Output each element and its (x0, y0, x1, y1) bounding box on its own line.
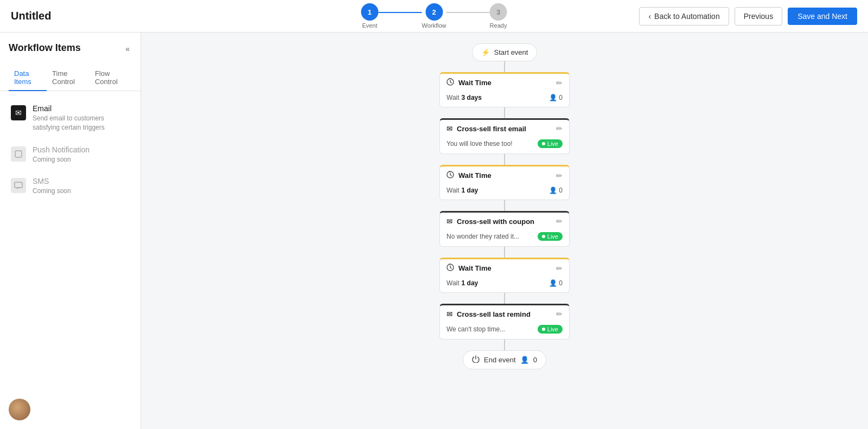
workflow: ⚡ Start event Wait Time (439, 43, 570, 369)
push-item-desc: Coming soon (33, 155, 90, 164)
svg-rect-0 (15, 151, 22, 157)
tab-flow-control[interactable]: Flow Control (90, 65, 132, 91)
connector-1 (504, 61, 505, 72)
header-actions: ‹ Back to Automation Previous Save and N… (639, 7, 857, 25)
wait-icon-2 (446, 171, 454, 180)
wait-icon-3 (446, 264, 454, 273)
email-desc-1: You will love these too! (446, 140, 513, 148)
canvas[interactable]: ⚡ Start event Wait Time (141, 33, 868, 429)
tab-data-items[interactable]: Data Items (9, 65, 47, 91)
email-item-text: Email Send email to customers satisfying… (33, 104, 130, 132)
avatar[interactable] (9, 399, 30, 420)
list-item-email[interactable]: ✉ Email Send email to customers satisfyi… (9, 100, 132, 137)
wait-node-2[interactable]: Wait Time ✏ Wait 1 day 👤 0 (439, 165, 570, 200)
sms-item-desc: Coming soon (33, 187, 71, 196)
node-edit-button-2[interactable]: ✏ (556, 124, 563, 133)
back-to-automation-button[interactable]: ‹ Back to Automation (639, 7, 729, 25)
step-label-3: Ready (490, 22, 507, 29)
node-header-1: Wait Time ✏ (440, 74, 569, 92)
sidebar-title: Workflow Items (9, 42, 81, 54)
lightning-icon: ⚡ (481, 48, 490, 56)
email-node-1[interactable]: ✉ Cross-sell first email ✏ You will love… (439, 118, 570, 154)
node-count-1: 👤 0 (549, 94, 563, 101)
list-item-push: Push Notification Coming soon (9, 141, 132, 169)
tab-time-control[interactable]: Time Control (47, 65, 90, 91)
node-title-2: ✉ Cross-sell first email (446, 125, 526, 133)
status-badge-3: Live (538, 325, 563, 334)
email-icon-node-1: ✉ (446, 125, 452, 133)
node-header-3: Wait Time ✏ (440, 167, 569, 184)
step-circle-1: 1 (361, 3, 378, 21)
wait-node-1[interactable]: Wait Time ✏ Wait 3 days 👤 0 (439, 72, 570, 107)
header: Untitled 1 Event 2 Workflow 3 Ready ‹ Ba… (0, 0, 868, 33)
connector-3 (504, 154, 505, 165)
node-edit-button-4[interactable]: ✏ (556, 217, 563, 226)
node-header-2: ✉ Cross-sell first email ✏ (440, 120, 569, 137)
node-count-3: 👤 0 (549, 279, 563, 287)
chevron-left-icon: ‹ (648, 12, 651, 21)
step-label-2: Workflow (422, 22, 446, 29)
node-title-3: Wait Time (446, 171, 492, 180)
sidebar: Workflow Items « Data Items Time Control… (0, 33, 141, 429)
node-count-2: 👤 0 (549, 187, 563, 194)
wait-text-2: Wait 1 day (446, 187, 478, 194)
sidebar-tabs: Data Items Time Control Flow Control (0, 60, 141, 91)
start-event-node[interactable]: ⚡ Start event (472, 43, 538, 61)
previous-button[interactable]: Previous (735, 7, 782, 25)
step-label-1: Event (362, 22, 377, 29)
node-edit-button-6[interactable]: ✏ (556, 310, 563, 318)
sms-icon (11, 178, 26, 193)
email-node-2[interactable]: ✉ Cross-sell with coupon ✏ No wonder the… (439, 211, 570, 247)
email-icon: ✉ (11, 105, 26, 120)
connector-6 (504, 293, 505, 304)
wait-text-1: Wait 3 days (446, 94, 482, 101)
people-icon-2: 👤 (549, 187, 557, 194)
email-item-desc: Send email to customers satisfying certa… (33, 114, 130, 132)
node-header-6: ✉ Cross-sell last remind ✏ (440, 305, 569, 323)
status-badge-2: Live (538, 232, 563, 241)
end-event-node[interactable]: End event 👤 0 (463, 350, 546, 369)
stepper: 1 Event 2 Workflow 3 Ready (361, 3, 507, 29)
email-icon-node-2: ✉ (446, 217, 452, 226)
node-body-6: We can't stop time... Live (440, 323, 569, 339)
svg-rect-1 (15, 182, 22, 188)
step-circle-3: 3 (490, 3, 507, 21)
email-desc-2: No wonder they rated it... (446, 233, 519, 240)
avatar-image (9, 399, 30, 420)
connector-7 (504, 340, 505, 350)
node-edit-button-1[interactable]: ✏ (556, 79, 563, 87)
step-line-1 (378, 12, 422, 13)
push-item-name: Push Notification (33, 145, 90, 154)
node-body-4: No wonder they rated it... Live (440, 230, 569, 246)
node-title-4: ✉ Cross-sell with coupon (446, 217, 534, 226)
main-layout: Workflow Items « Data Items Time Control… (0, 33, 868, 429)
sidebar-items: ✉ Email Send email to customers satisfyi… (0, 91, 141, 209)
sms-item-text: SMS Coming soon (33, 177, 71, 196)
email-desc-3: We can't stop time... (446, 325, 505, 333)
step-event: 1 Event (361, 3, 378, 29)
email-node-3[interactable]: ✉ Cross-sell last remind ✏ We can't stop… (439, 304, 570, 340)
collapse-button[interactable]: « (123, 42, 132, 55)
node-edit-button-3[interactable]: ✏ (556, 171, 563, 180)
status-dot-2 (542, 235, 545, 238)
push-icon (11, 146, 26, 162)
power-icon (472, 355, 480, 364)
connector-4 (504, 200, 505, 211)
sidebar-header: Workflow Items « (0, 33, 141, 55)
list-item-sms: SMS Coming soon (9, 172, 132, 200)
status-badge-1: Live (538, 139, 563, 148)
node-title-6: ✉ Cross-sell last remind (446, 310, 531, 318)
step-line-2 (446, 12, 490, 13)
node-edit-button-5[interactable]: ✏ (556, 264, 563, 273)
step-circle-2: 2 (425, 3, 443, 21)
connector-2 (504, 107, 505, 118)
wait-node-3[interactable]: Wait Time ✏ Wait 1 day 👤 0 (439, 258, 570, 293)
save-and-next-button[interactable]: Save and Next (788, 8, 857, 25)
sms-item-name: SMS (33, 177, 71, 185)
node-header-4: ✉ Cross-sell with coupon ✏ (440, 213, 569, 230)
start-event-label: Start event (494, 48, 528, 56)
wait-text-3: Wait 1 day (446, 279, 478, 287)
node-body-3: Wait 1 day 👤 0 (440, 184, 569, 200)
page-title: Untitled (11, 10, 51, 22)
end-event-count: 0 (533, 356, 537, 364)
